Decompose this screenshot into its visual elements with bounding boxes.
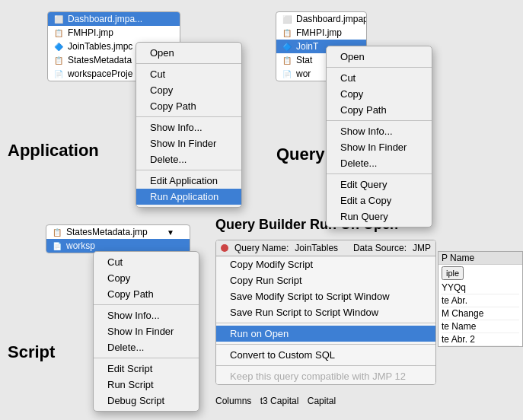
menu-edit-app[interactable]: Edit Application [136,173,241,189]
file-name: JoinTables.jmpc [68,41,132,52]
qb-data-source-value: JMP [413,243,431,253]
query-context-menu: Open Cut Copy Copy Path Show Info... Sho… [326,46,432,228]
file-name: Dashboard.jmpappso... [296,14,367,24]
table-icon: 📋 [53,27,65,39]
script-context-menu: Cut Copy Copy Path Show Info... Show In … [93,251,199,412]
file-item[interactable]: 📋 FMHPI.jmp [276,26,366,40]
app-icon: ⬜ [281,13,293,25]
table-icon: 📋 [51,226,63,238]
qb-red-dot [221,244,228,252]
menu-separator [94,358,199,358]
qb-query-name-value: JoinTables [295,243,338,253]
table-icon: 📋 [53,54,65,66]
menu-run-app[interactable]: Run Application [136,189,241,205]
query-icon: 🔷 [53,40,65,52]
file-item[interactable]: ⬜ Dashboard.jmpappso... [276,12,366,26]
query-icon: 🔷 [281,40,293,52]
menu-copy-path[interactable]: Copy Path [136,98,241,114]
menu-separator [136,170,241,170]
menu-open[interactable]: Open [327,49,432,65]
menu-copy-path[interactable]: Copy Path [327,102,432,118]
file-item[interactable]: 📋 StatesMetadata.jmp ▼ [46,225,190,239]
menu-separator [94,304,199,305]
menu-separator [327,173,432,174]
file-name: wor [296,68,311,79]
menu-delete[interactable]: Delete... [94,339,199,355]
menu-run-script[interactable]: Run Script [94,377,199,393]
data-row: M Change [442,307,519,320]
menu-run-on-open[interactable]: Run on Open [216,326,435,342]
file-name: JoinT [296,41,318,52]
qb-header: Query Name: JoinTables Data Source: JMP [216,240,435,256]
menu-convert-sql[interactable]: Convert to Custom SQL [216,347,435,363]
file-name: Dashboard.jmpa... [68,14,142,24]
menu-separator [216,365,435,366]
col-header-pname: P Name [442,253,474,263]
menu-show-finder[interactable]: Show In Finder [136,135,241,151]
menu-separator [136,116,241,117]
file-name: StatesMetadata [68,55,132,65]
menu-separator [216,344,435,345]
app-context-menu: Open Cut Copy Copy Path Show Info... Sho… [136,42,242,208]
menu-run-query[interactable]: Run Query [327,208,432,224]
iple-button[interactable]: iple [442,266,464,280]
menu-edit-script[interactable]: Edit Script [94,361,199,377]
capital-label: Capital [308,396,336,406]
menu-show-info[interactable]: Show Info... [327,123,432,139]
file-name: StatesMetadata.jmp [66,227,148,237]
file-item[interactable]: ⬜ Dashboard.jmpa... [48,12,180,26]
qb-context-menu: Copy Modify Script Copy Run Script Save … [216,256,435,384]
script-icon: 📄 [281,68,293,80]
file-item[interactable]: 📋 FMHPI.jmp [48,26,180,40]
menu-cut[interactable]: Cut [94,254,199,270]
menu-copy-modify[interactable]: Copy Modify Script [216,256,435,272]
menu-edit-query[interactable]: Edit Query [327,177,432,192]
query-label: Query [276,145,325,164]
script-icon: 📄 [53,68,65,80]
menu-copy[interactable]: Copy [136,82,241,98]
bottom-left-file-panel: 📋 StatesMetadata.jmp ▼ 📄 worksp [46,224,190,253]
columns-sub: t3 Capital [260,396,299,406]
data-table-right: P Name iple YYQq te Abr. M Change te Nam… [438,251,523,347]
script-icon: 📄 [51,240,63,252]
qb-panel: Query Name: JoinTables Data Source: JMP … [215,240,436,385]
data-row: YYQq [442,282,519,294]
app-icon: ⬜ [53,13,65,25]
file-name: FMHPI.jmp [296,27,342,38]
menu-copy[interactable]: Copy [94,270,199,286]
data-rows: YYQq te Abr. M Change te Name te Abr. 2 [438,282,522,346]
menu-cut[interactable]: Cut [136,66,241,82]
data-row: te Abr. [442,294,519,307]
menu-delete[interactable]: Delete... [136,151,241,167]
menu-cut[interactable]: Cut [327,70,432,86]
menu-open[interactable]: Open [136,45,241,61]
menu-debug-script[interactable]: Debug Script [94,393,199,409]
table-icon: 📋 [281,27,293,39]
file-name: workspaceProje [68,68,132,79]
menu-save-run[interactable]: Save Run Script to Script Window [216,304,435,320]
menu-copy-run[interactable]: Copy Run Script [216,272,435,288]
menu-edit-copy[interactable]: Edit a Copy [327,192,432,208]
file-name: FMHPI.jmp [68,27,113,38]
file-name: Stat [296,55,312,65]
menu-copy-path[interactable]: Copy Path [94,286,199,302]
qb-data-source-label: Data Source: [353,243,407,253]
data-row: te Abr. 2 [442,333,519,346]
menu-show-info[interactable]: Show Info... [94,307,199,323]
data-row: te Name [442,320,519,333]
menu-show-finder[interactable]: Show In Finder [94,323,199,339]
menu-show-info[interactable]: Show Info... [136,119,241,135]
menu-copy[interactable]: Copy [327,86,432,102]
menu-separator [327,120,432,121]
menu-separator [136,63,241,64]
menu-separator [327,67,432,68]
menu-separator [216,323,435,323]
menu-delete[interactable]: Delete... [327,155,432,171]
menu-save-modify[interactable]: Save Modify Script to Script Window [216,288,435,304]
menu-show-finder[interactable]: Show In Finder [327,139,432,155]
file-name: worksp [66,240,95,251]
qb-query-name-label: Query Name: [234,243,289,253]
script-label: Script [8,342,55,362]
table-icon: 📋 [281,54,293,66]
menu-jmp12-compat: Keep this query compatible with JMP 12 [216,368,435,384]
